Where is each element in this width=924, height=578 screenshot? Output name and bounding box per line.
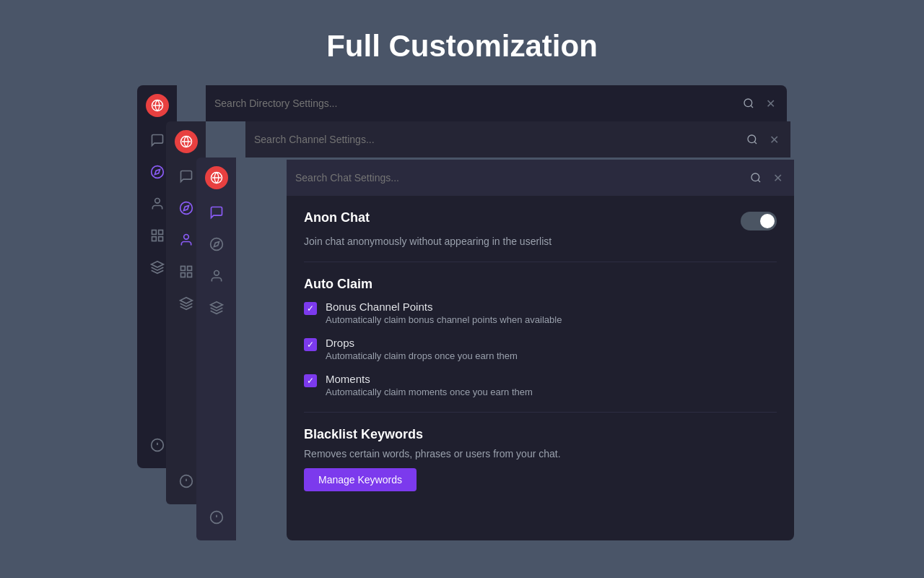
moments-desc: Automatically claim moments once you ear… [326,387,533,397]
anon-chat-section: Anon Chat Join chat anonymously without … [304,196,777,262]
svg-marker-22 [180,298,192,303]
manage-keywords-button[interactable]: Manage Keywords [304,468,417,491]
chat-close-button[interactable]: ✕ [770,168,785,188]
moments-checkbox[interactable]: ✓ [304,374,317,387]
moments-label: Moments [326,373,533,385]
channel-search-input[interactable] [254,134,738,145]
compass-icon-p2[interactable] [178,199,195,217]
auto-claim-list: ✓ Bonus Channel Points Automatically cla… [304,301,777,397]
anon-chat-description: Join chat anonymously without appearing … [304,236,777,247]
directory-search-input[interactable] [214,98,734,109]
svg-marker-29 [214,241,219,246]
grid-icon-p1[interactable] [149,227,166,244]
svg-rect-5 [152,230,156,235]
panel-1-logo[interactable] [146,94,169,117]
bonus-channel-points-item: ✓ Bonus Channel Points Automatically cla… [304,301,777,325]
chat-icon-p1[interactable] [149,131,166,149]
svg-point-4 [154,199,160,204]
svg-rect-20 [187,273,191,277]
app-container: ✕ ✕ ✕ Anon Chat Join [137,85,787,504]
moments-item: ✓ Moments Automatically claim moments on… [304,373,777,397]
svg-rect-7 [158,237,162,241]
svg-point-30 [214,271,219,276]
panel-2-icon-list [178,168,195,312]
anon-chat-title: Anon Chat [304,210,370,225]
main-settings-panel: Anon Chat Join chat anonymously without … [287,196,794,540]
svg-point-2 [151,166,163,178]
drops-label: Drops [326,337,518,349]
panel-1-icon-list [149,131,166,276]
svg-point-35 [744,99,752,107]
panel-3-sidebar [196,158,236,540]
user-icon-p2[interactable] [178,231,195,249]
svg-rect-21 [180,273,185,277]
svg-rect-19 [187,267,191,271]
search-bar-chat: ✕ [287,160,794,196]
svg-point-39 [751,173,759,181]
channel-search-button[interactable] [744,131,761,148]
compass-icon-p3[interactable] [208,236,225,253]
directory-close-button[interactable]: ✕ [763,94,778,113]
blacklist-keywords-description: Removes certain words, phrases or users … [304,448,777,460]
panel-3-icon-list [208,204,225,316]
auto-claim-title: Auto Claim [304,277,372,291]
search-bar-channel: ✕ [245,121,790,158]
bonus-channel-points-checkbox[interactable]: ✓ [304,302,317,315]
blacklist-keywords-title: Blacklist Keywords [304,427,423,441]
drops-desc: Automatically claim drops once you earn … [326,350,518,361]
svg-marker-16 [183,205,188,210]
anon-chat-toggle[interactable] [741,212,777,230]
chat-search-input[interactable] [295,172,741,184]
panel-1-bottom [149,436,166,454]
blacklist-keywords-section: Blacklist Keywords Removes certain words… [304,413,777,506]
user-icon-p3[interactable] [208,267,225,285]
svg-point-37 [748,135,756,143]
svg-rect-8 [152,237,156,241]
user-icon-p1[interactable] [149,195,166,212]
page-title: Full Customization [0,29,924,64]
layers-icon-p3[interactable] [208,299,225,316]
anon-chat-header: Anon Chat [304,210,777,231]
svg-line-40 [758,180,760,182]
svg-point-15 [180,202,192,215]
bonus-channel-points-label: Bonus Channel Points [326,301,562,313]
svg-line-36 [751,105,753,108]
panel-3-logo[interactable] [205,166,228,189]
svg-marker-3 [154,169,160,174]
channel-close-button[interactable]: ✕ [767,130,782,150]
chat-icon-p3[interactable] [208,204,225,221]
svg-point-17 [183,235,188,240]
chat-search-button[interactable] [747,169,764,186]
svg-marker-31 [210,302,222,308]
info-icon-p3[interactable] [208,509,225,526]
info-icon-p2[interactable] [178,473,195,490]
svg-rect-18 [180,267,185,271]
svg-rect-6 [158,230,162,235]
bonus-channel-points-desc: Automatically claim bonus channel points… [326,314,562,325]
svg-line-38 [754,142,757,144]
svg-marker-9 [151,262,163,267]
layers-icon-p2[interactable] [178,295,195,312]
panel-2-logo[interactable] [175,130,198,153]
svg-point-28 [210,238,222,251]
layers-icon-p1[interactable] [149,259,166,276]
info-icon-p1[interactable] [149,436,166,454]
directory-search-button[interactable] [740,95,757,112]
auto-claim-section: Auto Claim ✓ Bonus Channel Points Automa… [304,262,777,413]
grid-icon-p2[interactable] [178,263,195,280]
compass-icon-p1[interactable] [149,163,166,181]
drops-item: ✓ Drops Automatically claim drops once y… [304,337,777,361]
search-bar-directory: ✕ [206,85,787,121]
drops-checkbox[interactable]: ✓ [304,338,317,351]
chat-icon-p2[interactable] [178,168,195,185]
